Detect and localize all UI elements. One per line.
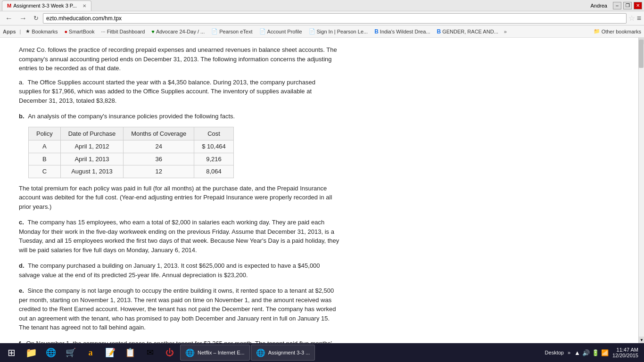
item-e-text: Since the company is not large enough to… — [19, 287, 336, 331]
minimize-button[interactable]: – — [613, 2, 621, 9]
power-icon: ⏻ — [163, 346, 176, 359]
refresh-button[interactable]: ↻ — [31, 13, 41, 23]
item-b-label: b. — [19, 113, 25, 120]
row-b-cost: 9,216 — [194, 153, 234, 165]
table-row: A April 1, 2012 24 $ 10,464 — [29, 140, 234, 153]
store-icon: 🛒 — [64, 346, 77, 359]
more-bookmarks-button[interactable]: » — [502, 28, 509, 35]
advocare-icon: ♥ — [151, 29, 155, 34]
scrollbar-thumb[interactable] — [639, 40, 644, 68]
assignment-icon: 🌐 — [256, 348, 265, 357]
battery-icon: 🔋 — [592, 349, 599, 356]
close-button[interactable]: ✕ — [634, 2, 642, 9]
row-c-cost: 8,064 — [194, 165, 234, 178]
sys-tray-icons: ▲ 🔊 🔋 📶 — [574, 349, 609, 356]
taskbar-file-explorer[interactable]: 📁 — [22, 344, 41, 361]
item-f-label: f. — [19, 340, 23, 344]
bookmark-bookmarks[interactable]: ★ Bookmarks — [23, 27, 60, 35]
assignment-app-label: Assignment 3-3 ... — [268, 350, 310, 355]
desktop-label[interactable]: Desktop — [545, 350, 564, 355]
chrome-icon: 🌐 — [44, 346, 58, 359]
item-b-intro: b. An analysis of the company's insuranc… — [19, 112, 339, 121]
row-b-date: April 1, 2013 — [60, 153, 123, 165]
other-bookmarks-button[interactable]: 📁 Other bookmarks — [594, 28, 641, 34]
time-display: 11:47 AM — [612, 347, 638, 353]
system-tray: Desktop » ▲ 🔊 🔋 📶 11:47 AM 12/20/2015 — [545, 347, 642, 358]
bookmark-india-wildest[interactable]: B India's Wildest Drea... — [372, 27, 433, 36]
bookmark-smartbook[interactable]: ● SmartBook — [61, 28, 97, 35]
smartbook-icon: ● — [64, 29, 67, 34]
forward-button[interactable]: → — [17, 13, 29, 24]
user-label: Andrea — [591, 3, 607, 8]
bookmark-star-icon[interactable]: ☆ — [628, 14, 635, 23]
item-d-text: The company purchased a building on Janu… — [19, 262, 320, 279]
tab-close-icon[interactable]: ✕ — [83, 3, 86, 8]
scrollbar-arrow-down[interactable]: ▼ — [639, 337, 644, 343]
volume-icon[interactable]: 🔊 — [582, 349, 590, 356]
address-bar[interactable] — [43, 13, 627, 24]
item-c-block: c. The company has 15 employees, who ear… — [19, 218, 339, 255]
bookmark-pearson-etext[interactable]: 📄 Pearson eText — [208, 27, 255, 35]
bookmark-account-profile[interactable]: 📄 Account Profile — [256, 27, 305, 35]
item-a-block: a. The Office Supplies account started t… — [19, 78, 339, 106]
content-area: Arnez Co. follows the practice of record… — [19, 45, 339, 343]
clock[interactable]: 11:47 AM 12/20/2015 — [612, 347, 638, 358]
intro-paragraph: Arnez Co. follows the practice of record… — [19, 45, 339, 73]
taskbar-assignment-app[interactable]: 🌐 Assignment 3-3 ... — [251, 345, 315, 361]
taskbar-power[interactable]: ⏻ — [160, 344, 179, 361]
word-icon: 📝 — [104, 346, 117, 359]
browser-menu-icon[interactable]: ≡ — [637, 14, 641, 23]
item-b-block: b. An analysis of the company's insuranc… — [19, 112, 339, 211]
fitbit-icon: ··· — [101, 29, 105, 34]
table-header-date: Date of Purchase — [60, 127, 123, 140]
table-header-cost: Cost — [194, 127, 234, 140]
date-display: 12/20/2015 — [612, 353, 638, 358]
taskbar: ⊞ 📁 🌐 🛒 a 📝 📋 ✉ ⏻ 🌐 Netflix – Internet E… — [0, 343, 644, 362]
folder-icon: 📁 — [594, 28, 600, 34]
taskbar-word[interactable]: 📝 — [101, 344, 120, 361]
taskbar-store[interactable]: 🛒 — [61, 344, 80, 361]
separator: | — [20, 29, 21, 34]
scrollbar-track: ▲ ▼ — [638, 38, 644, 343]
amazon-icon: a — [84, 346, 97, 359]
bookmark-gender-race[interactable]: B GENDER, RACE AND... — [434, 27, 501, 36]
tab-favicon: M — [7, 3, 11, 8]
bookmark-signin-pearson[interactable]: 📄 Sign In | Pearson Le... — [306, 27, 371, 35]
insurance-table: Policy Date of Purchase Months of Covera… — [28, 127, 234, 178]
notes-icon: 📋 — [124, 346, 137, 359]
row-b-months: 36 — [124, 153, 194, 165]
tab-title: Assignment 3-3 Week 3 P... — [13, 3, 77, 8]
table-row: B April 1, 2013 36 9,216 — [29, 153, 234, 165]
row-a-months: 24 — [124, 140, 194, 153]
windows-icon: ⊞ — [5, 346, 18, 359]
chevron-right-icon[interactable]: » — [568, 350, 570, 355]
taskbar-ie-app[interactable]: 🌐 Netflix – Internet E... — [180, 345, 250, 361]
item-d-block: d. The company purchased a building on J… — [19, 261, 339, 280]
taskbar-amazon[interactable]: a — [81, 344, 100, 361]
navigation-bar: ← → ↻ ☆ ≡ — [0, 11, 644, 25]
restore-button[interactable]: ❐ — [623, 2, 632, 9]
signal-icon: 📶 — [601, 349, 609, 356]
india-wildest-icon: B — [374, 28, 379, 35]
gender-race-icon: B — [437, 28, 441, 35]
account-profile-icon: 📄 — [259, 28, 266, 34]
row-c-policy: C — [29, 165, 61, 178]
apps-label: Apps — [3, 29, 16, 34]
file-explorer-icon: 📁 — [25, 346, 38, 359]
title-bar-controls: Andrea – ❐ ✕ — [591, 2, 642, 9]
item-c-label: c. — [19, 219, 24, 226]
taskbar-mail[interactable]: ✉ — [140, 344, 159, 361]
bookmark-fitbit[interactable]: ··· Fitbit Dashboard — [98, 28, 148, 35]
item-c-text: The company has 15 employees, who earn a… — [19, 219, 339, 254]
bookmark-advocare[interactable]: ♥ Advocare 24-Day / ... — [149, 28, 207, 35]
pearson-etext-icon: 📄 — [211, 28, 218, 34]
title-bar: M Assignment 3-3 Week 3 P... ✕ Andrea – … — [0, 0, 644, 11]
mail-icon: ✉ — [143, 346, 157, 359]
browser-tab[interactable]: M Assignment 3-3 Week 3 P... ✕ — [2, 0, 91, 11]
item-d-label: d. — [19, 262, 25, 269]
taskbar-chrome[interactable]: 🌐 — [41, 344, 60, 361]
start-button[interactable]: ⊞ — [2, 344, 21, 361]
network-icon: ▲ — [574, 349, 580, 356]
taskbar-notes[interactable]: 📋 — [121, 344, 140, 361]
back-button[interactable]: ← — [3, 13, 15, 24]
